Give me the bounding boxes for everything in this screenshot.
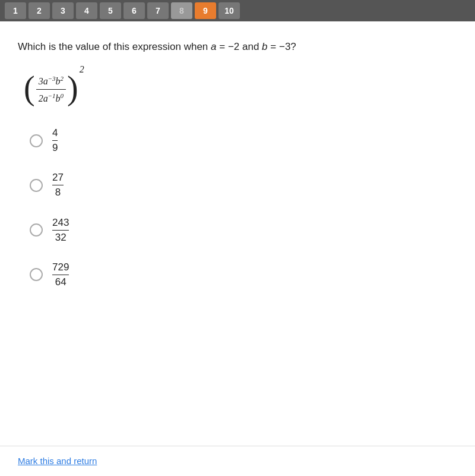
choice-3-num: 243 [52, 216, 69, 229]
bottom-bar: Mark this and return [0, 446, 475, 476]
radio-4[interactable] [30, 268, 43, 281]
outer-exponent: 2 [80, 64, 84, 75]
question-nav: 1 2 3 4 5 6 7 8 9 10 [0, 0, 475, 21]
choice-fraction-2: 27 8 [52, 171, 64, 199]
nav-btn-7[interactable]: 7 [147, 2, 169, 19]
choice-1-den: 9 [52, 141, 58, 155]
mark-return-link[interactable]: Mark this and return [18, 456, 97, 466]
nav-btn-8: 8 [171, 2, 192, 19]
math-expression: ( 3a−3b2 2a−1b0 ) 2 [24, 71, 457, 108]
nav-btn-2[interactable]: 2 [28, 2, 50, 19]
nav-btn-3[interactable]: 3 [52, 2, 74, 19]
radio-1[interactable] [30, 134, 43, 147]
choice-2: 27 8 [30, 171, 457, 199]
denominator: 2a−1b0 [36, 91, 66, 105]
nav-btn-9[interactable]: 9 [195, 2, 216, 19]
nav-btn-1[interactable]: 1 [5, 2, 26, 19]
choice-4-den: 64 [55, 276, 66, 289]
choice-4: 729 64 [30, 261, 457, 289]
choice-fraction-1: 4 9 [52, 127, 58, 155]
choice-2-den: 8 [55, 186, 61, 199]
choice-fraction-4: 729 64 [52, 261, 69, 289]
nav-btn-10[interactable]: 10 [218, 2, 240, 19]
fraction: 3a−3b2 2a−1b0 [36, 74, 66, 106]
radio-2[interactable] [30, 179, 43, 192]
radio-3[interactable] [30, 223, 43, 237]
choice-1-num: 4 [52, 127, 58, 140]
nav-btn-5[interactable]: 5 [100, 2, 121, 19]
nav-btn-6[interactable]: 6 [124, 2, 145, 19]
nav-btn-4[interactable]: 4 [76, 2, 97, 19]
choice-3-den: 32 [55, 231, 66, 244]
choice-2-num: 27 [52, 171, 64, 184]
question-text: Which is the value of this expression wh… [18, 39, 457, 55]
right-paren: ) [67, 71, 78, 105]
answer-choices: 4 9 27 8 243 32 729 [30, 127, 457, 289]
choice-4-num: 729 [52, 261, 69, 274]
question-content: Which is the value of this expression wh… [0, 21, 475, 449]
choice-3: 243 32 [30, 216, 457, 244]
left-paren: ( [24, 71, 35, 105]
numerator: 3a−3b2 [36, 74, 66, 88]
choice-1: 4 9 [30, 127, 457, 155]
choice-fraction-3: 243 32 [52, 216, 69, 244]
